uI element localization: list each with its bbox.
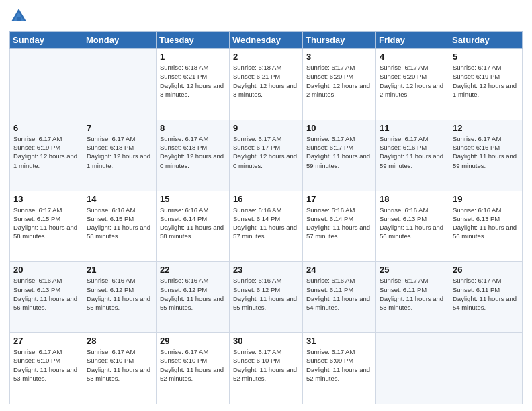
day-info: Sunrise: 6:17 AMSunset: 6:10 PMDaylight:…: [13, 347, 79, 383]
day-cell: 2Sunrise: 6:18 AMSunset: 6:21 PMDaylight…: [230, 49, 303, 120]
day-cell: 21Sunrise: 6:16 AMSunset: 6:12 PMDayligh…: [83, 262, 157, 333]
day-cell: 22Sunrise: 6:16 AMSunset: 6:12 PMDayligh…: [157, 262, 230, 333]
day-number: 16: [233, 194, 299, 204]
day-info: Sunrise: 6:17 AMSunset: 6:20 PMDaylight:…: [306, 63, 372, 99]
day-cell: 15Sunrise: 6:16 AMSunset: 6:14 PMDayligh…: [157, 191, 230, 262]
day-number: 3: [306, 52, 372, 62]
day-info: Sunrise: 6:17 AMSunset: 6:09 PMDaylight:…: [306, 347, 372, 383]
day-info: Sunrise: 6:17 AMSunset: 6:10 PMDaylight:…: [87, 347, 152, 383]
day-number: 1: [160, 52, 226, 62]
day-cell: 25Sunrise: 6:17 AMSunset: 6:11 PMDayligh…: [376, 262, 449, 333]
day-cell: 30Sunrise: 6:17 AMSunset: 6:10 PMDayligh…: [230, 333, 303, 404]
day-cell: 29Sunrise: 6:17 AMSunset: 6:10 PMDayligh…: [157, 333, 230, 404]
day-cell: 4Sunrise: 6:17 AMSunset: 6:20 PMDaylight…: [376, 49, 449, 120]
day-cell: 8Sunrise: 6:17 AMSunset: 6:18 PMDaylight…: [157, 120, 230, 191]
day-number: 18: [380, 194, 445, 204]
day-cell: 5Sunrise: 6:17 AMSunset: 6:19 PMDaylight…: [449, 49, 523, 120]
logo: [9, 7, 31, 26]
day-number: 8: [160, 123, 226, 133]
day-cell: [83, 49, 157, 120]
day-info: Sunrise: 6:16 AMSunset: 6:13 PMDaylight:…: [13, 276, 79, 312]
day-info: Sunrise: 6:16 AMSunset: 6:14 PMDaylight:…: [160, 205, 226, 241]
day-cell: [449, 333, 523, 404]
day-cell: 17Sunrise: 6:16 AMSunset: 6:14 PMDayligh…: [303, 191, 376, 262]
day-cell: 27Sunrise: 6:17 AMSunset: 6:10 PMDayligh…: [10, 333, 83, 404]
day-number: 10: [306, 123, 372, 133]
weekday-header-tuesday: Tuesday: [157, 32, 230, 49]
day-number: 21: [87, 265, 152, 275]
day-cell: 26Sunrise: 6:17 AMSunset: 6:11 PMDayligh…: [449, 262, 523, 333]
day-cell: 19Sunrise: 6:16 AMSunset: 6:13 PMDayligh…: [449, 191, 523, 262]
day-cell: 28Sunrise: 6:17 AMSunset: 6:10 PMDayligh…: [83, 333, 157, 404]
day-info: Sunrise: 6:17 AMSunset: 6:15 PMDaylight:…: [13, 205, 79, 241]
day-number: 29: [160, 336, 226, 346]
day-info: Sunrise: 6:17 AMSunset: 6:19 PMDaylight:…: [13, 134, 79, 170]
day-cell: 1Sunrise: 6:18 AMSunset: 6:21 PMDaylight…: [157, 49, 230, 120]
week-row-3: 13Sunrise: 6:17 AMSunset: 6:15 PMDayligh…: [10, 191, 523, 262]
day-info: Sunrise: 6:16 AMSunset: 6:13 PMDaylight:…: [380, 205, 445, 241]
week-row-2: 6Sunrise: 6:17 AMSunset: 6:19 PMDaylight…: [10, 120, 523, 191]
week-row-4: 20Sunrise: 6:16 AMSunset: 6:13 PMDayligh…: [10, 262, 523, 333]
weekday-header-saturday: Saturday: [449, 32, 523, 49]
day-number: 23: [233, 265, 299, 275]
day-number: 24: [306, 265, 372, 275]
day-cell: 9Sunrise: 6:17 AMSunset: 6:17 PMDaylight…: [230, 120, 303, 191]
day-info: Sunrise: 6:17 AMSunset: 6:19 PMDaylight:…: [453, 63, 519, 99]
day-number: 22: [160, 265, 226, 275]
day-info: Sunrise: 6:17 AMSunset: 6:16 PMDaylight:…: [380, 134, 445, 170]
day-info: Sunrise: 6:16 AMSunset: 6:11 PMDaylight:…: [306, 276, 372, 312]
week-row-5: 27Sunrise: 6:17 AMSunset: 6:10 PMDayligh…: [10, 333, 523, 404]
day-info: Sunrise: 6:17 AMSunset: 6:10 PMDaylight:…: [160, 347, 226, 383]
day-cell: 20Sunrise: 6:16 AMSunset: 6:13 PMDayligh…: [10, 262, 83, 333]
day-cell: 12Sunrise: 6:17 AMSunset: 6:16 PMDayligh…: [449, 120, 523, 191]
day-number: 14: [87, 194, 152, 204]
day-info: Sunrise: 6:17 AMSunset: 6:17 PMDaylight:…: [306, 134, 372, 170]
day-info: Sunrise: 6:16 AMSunset: 6:14 PMDaylight:…: [306, 205, 372, 241]
header: [9, 7, 523, 26]
day-info: Sunrise: 6:17 AMSunset: 6:17 PMDaylight:…: [233, 134, 299, 170]
day-info: Sunrise: 6:17 AMSunset: 6:18 PMDaylight:…: [160, 134, 226, 170]
logo-icon: [9, 7, 28, 26]
day-cell: [376, 333, 449, 404]
day-number: 9: [233, 123, 299, 133]
day-number: 6: [13, 123, 79, 133]
day-info: Sunrise: 6:16 AMSunset: 6:12 PMDaylight:…: [233, 276, 299, 312]
day-cell: [10, 49, 83, 120]
weekday-header-wednesday: Wednesday: [230, 32, 303, 49]
day-cell: 10Sunrise: 6:17 AMSunset: 6:17 PMDayligh…: [303, 120, 376, 191]
day-info: Sunrise: 6:18 AMSunset: 6:21 PMDaylight:…: [233, 63, 299, 99]
day-number: 2: [233, 52, 299, 62]
calendar-page: SundayMondayTuesdayWednesdayThursdayFrid…: [0, 0, 532, 411]
day-info: Sunrise: 6:18 AMSunset: 6:21 PMDaylight:…: [160, 63, 226, 99]
week-row-1: 1Sunrise: 6:18 AMSunset: 6:21 PMDaylight…: [10, 49, 523, 120]
day-cell: 18Sunrise: 6:16 AMSunset: 6:13 PMDayligh…: [376, 191, 449, 262]
day-info: Sunrise: 6:17 AMSunset: 6:16 PMDaylight:…: [453, 134, 519, 170]
day-number: 25: [380, 265, 445, 275]
day-number: 5: [453, 52, 519, 62]
day-cell: 7Sunrise: 6:17 AMSunset: 6:18 PMDaylight…: [83, 120, 157, 191]
day-info: Sunrise: 6:16 AMSunset: 6:15 PMDaylight:…: [87, 205, 152, 241]
day-number: 28: [87, 336, 152, 346]
day-number: 31: [306, 336, 372, 346]
weekday-header-row: SundayMondayTuesdayWednesdayThursdayFrid…: [10, 32, 523, 49]
calendar-table: SundayMondayTuesdayWednesdayThursdayFrid…: [9, 31, 523, 404]
day-number: 20: [13, 265, 79, 275]
day-cell: 11Sunrise: 6:17 AMSunset: 6:16 PMDayligh…: [376, 120, 449, 191]
day-number: 12: [453, 123, 519, 133]
day-cell: 24Sunrise: 6:16 AMSunset: 6:11 PMDayligh…: [303, 262, 376, 333]
day-cell: 31Sunrise: 6:17 AMSunset: 6:09 PMDayligh…: [303, 333, 376, 404]
day-number: 19: [453, 194, 519, 204]
day-cell: 6Sunrise: 6:17 AMSunset: 6:19 PMDaylight…: [10, 120, 83, 191]
day-info: Sunrise: 6:16 AMSunset: 6:12 PMDaylight:…: [87, 276, 152, 312]
day-cell: 23Sunrise: 6:16 AMSunset: 6:12 PMDayligh…: [230, 262, 303, 333]
svg-rect-2: [17, 17, 21, 21]
day-number: 15: [160, 194, 226, 204]
day-info: Sunrise: 6:17 AMSunset: 6:10 PMDaylight:…: [233, 347, 299, 383]
day-number: 7: [87, 123, 152, 133]
day-number: 13: [13, 194, 79, 204]
day-info: Sunrise: 6:17 AMSunset: 6:11 PMDaylight:…: [380, 276, 445, 312]
day-number: 11: [380, 123, 445, 133]
day-number: 30: [233, 336, 299, 346]
day-number: 4: [380, 52, 445, 62]
weekday-header-thursday: Thursday: [303, 32, 376, 49]
